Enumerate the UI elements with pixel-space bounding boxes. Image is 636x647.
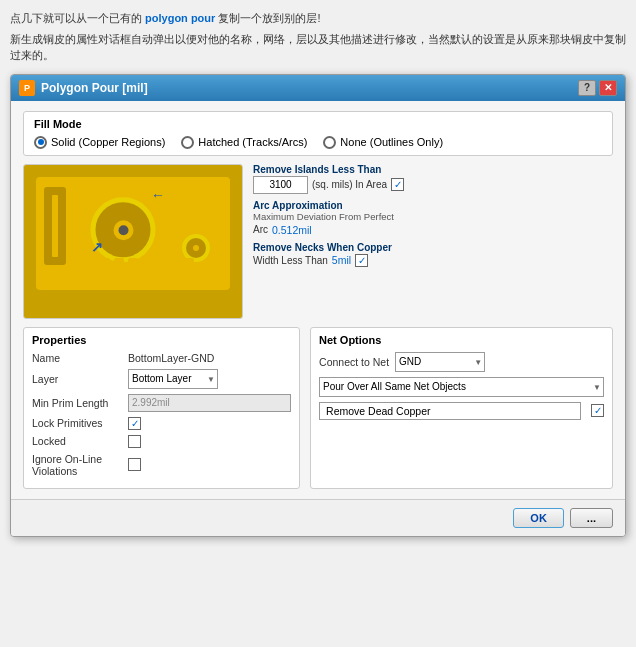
min-prim-input [128, 394, 291, 412]
layer-select[interactable]: Bottom Layer Top Layer [128, 369, 218, 389]
net-options-group: Net Options Connect to Net GND VCC ▼ [310, 327, 613, 489]
prop-row-ignore-violations: Ignore On-Line Violations [32, 453, 291, 477]
arc-approx-label: Arc Approximation [253, 200, 613, 211]
radio-solid-circle [34, 136, 47, 149]
remove-dead-copper-checkbox[interactable] [591, 404, 604, 417]
dialog-titlebar: P Polygon Pour [mil] ? ✕ [11, 75, 625, 101]
radio-none-label: None (Outlines Only) [340, 136, 443, 148]
connect-net-select[interactable]: GND VCC [395, 352, 485, 372]
pcb-pin [170, 258, 180, 276]
dialog-icon: P [19, 80, 35, 96]
pcb-center-dot [118, 225, 128, 235]
remove-islands-row: (sq. mils) In Area [253, 176, 613, 194]
pcb-left-bar-inner [52, 195, 58, 257]
radio-none[interactable]: None (Outlines Only) [323, 136, 443, 149]
titlebar-buttons: ? ✕ [578, 80, 617, 96]
pcb-pin [142, 258, 152, 276]
pcb-pins [56, 258, 210, 276]
close-button[interactable]: ✕ [599, 80, 617, 96]
radio-solid[interactable]: Solid (Copper Regions) [34, 136, 165, 149]
prop-row-lock-prim: Lock Primitives [32, 417, 291, 430]
radio-hatched-label: Hatched (Tracks/Arcs) [198, 136, 307, 148]
remove-islands-input[interactable] [253, 176, 308, 194]
ok-button[interactable]: OK [513, 508, 564, 528]
middle-section: ← ↗ Remove Islands Less Than (sq. mils) … [23, 164, 613, 319]
pcb-pin [86, 258, 96, 276]
remove-necks-item: Remove Necks When Copper Width Less Than… [253, 242, 613, 267]
remove-necks-checkbox[interactable] [355, 254, 368, 267]
pcb-inner: ← ↗ [36, 177, 230, 290]
prop-row-name: Name BottomLayer-GND [32, 352, 291, 364]
prop-label-ignore-violations: Ignore On-Line Violations [32, 453, 122, 477]
pcb-inner-ring [109, 216, 137, 244]
pcb-pin [72, 258, 82, 276]
prop-label-name: Name [32, 352, 122, 364]
arc-approx-item: Arc Approximation Maximum Deviation From… [253, 200, 613, 236]
net-options-title: Net Options [319, 334, 604, 346]
dialog-title: Polygon Pour [mil] [41, 81, 148, 95]
prop-value-name: BottomLayer-GND [128, 352, 214, 364]
dialog-body: Fill Mode Solid (Copper Regions) Hatched… [11, 101, 625, 499]
pcb-small-center [191, 243, 201, 253]
remove-necks-sub: Width Less Than [253, 255, 328, 266]
arc-value: 0.512mil [272, 224, 312, 236]
remove-necks-value: 5mil [332, 254, 351, 266]
pour-over-row: Pour Over All Same Net Objects Pour Over… [319, 377, 604, 397]
prop-label-layer: Layer [32, 373, 122, 385]
arrow-top: ← [151, 187, 165, 203]
pour-over-select-wrapper[interactable]: Pour Over All Same Net Objects Pour Over… [319, 377, 604, 397]
pour-over-select[interactable]: Pour Over All Same Net Objects Pour Over… [319, 377, 604, 397]
intro-text: 点几下就可以从一个已有的 polygon pour 复制一个放到别的层! 新生成… [10, 10, 626, 64]
arc-approx-sub1: Maximum Deviation From Perfect [253, 211, 613, 223]
remove-islands-label: Remove Islands Less Than [253, 164, 613, 175]
cancel-button[interactable]: ... [570, 508, 613, 528]
dialog-footer: OK ... [11, 499, 625, 536]
properties-group: Properties Name BottomLayer-GND Layer Bo… [23, 327, 300, 489]
radio-none-circle [323, 136, 336, 149]
properties-title: Properties [32, 334, 291, 346]
pcb-pin [128, 258, 138, 276]
arc-approx-row: Arc 0.512mil [253, 224, 613, 236]
net-connect-label: Connect to Net [319, 356, 389, 368]
pcb-pin [184, 258, 194, 276]
prop-label-min-prim: Min Prim Length [32, 397, 122, 409]
fill-mode-title: Fill Mode [34, 118, 602, 130]
prop-label-locked: Locked [32, 435, 122, 447]
connect-net-select-wrapper[interactable]: GND VCC ▼ [395, 352, 485, 372]
remove-dead-copper-row: Remove Dead Copper [319, 402, 604, 420]
pcb-pin [156, 258, 166, 276]
lock-primitives-checkbox[interactable] [128, 417, 141, 430]
arrow-bottom: ↗ [91, 239, 103, 255]
radio-hatched[interactable]: Hatched (Tracks/Arcs) [181, 136, 307, 149]
prop-row-layer: Layer Bottom Layer Top Layer ▼ [32, 369, 291, 389]
radio-solid-label: Solid (Copper Regions) [51, 136, 165, 148]
net-connect-row: Connect to Net GND VCC ▼ [319, 352, 604, 372]
remove-necks-label: Remove Necks When Copper [253, 242, 613, 253]
remove-necks-row: Width Less Than 5mil [253, 254, 613, 267]
layer-select-wrapper[interactable]: Bottom Layer Top Layer ▼ [128, 369, 218, 389]
remove-dead-copper-label: Remove Dead Copper [319, 402, 581, 420]
highlight-text: polygon pour [145, 12, 215, 24]
fill-mode-options: Solid (Copper Regions) Hatched (Tracks/A… [34, 136, 602, 149]
radio-hatched-circle [181, 136, 194, 149]
help-button[interactable]: ? [578, 80, 596, 96]
locked-checkbox[interactable] [128, 435, 141, 448]
fill-mode-group: Fill Mode Solid (Copper Regions) Hatched… [23, 111, 613, 156]
bottom-section: Properties Name BottomLayer-GND Layer Bo… [23, 327, 613, 489]
pcb-pin [100, 258, 110, 276]
prop-label-lock-prim: Lock Primitives [32, 417, 122, 429]
pcb-pin [114, 258, 124, 276]
remove-islands-item: Remove Islands Less Than (sq. mils) In A… [253, 164, 613, 194]
info-panel: Remove Islands Less Than (sq. mils) In A… [253, 164, 613, 319]
titlebar-left: P Polygon Pour [mil] [19, 80, 148, 96]
arc-label: Arc [253, 224, 268, 235]
dialog: P Polygon Pour [mil] ? ✕ Fill Mode Solid… [10, 74, 626, 537]
intro-line2: 新生成铜皮的属性对话框自动弹出以便对他的名称，网络，层以及其他描述进行修改，当然… [10, 31, 626, 64]
prop-row-locked: Locked [32, 435, 291, 448]
pcb-image: ← ↗ [23, 164, 243, 319]
prop-row-min-prim: Min Prim Length [32, 394, 291, 412]
remove-islands-checkbox[interactable] [391, 178, 404, 191]
ignore-violations-checkbox[interactable] [128, 458, 141, 471]
remove-islands-unit: (sq. mils) In Area [312, 179, 387, 190]
